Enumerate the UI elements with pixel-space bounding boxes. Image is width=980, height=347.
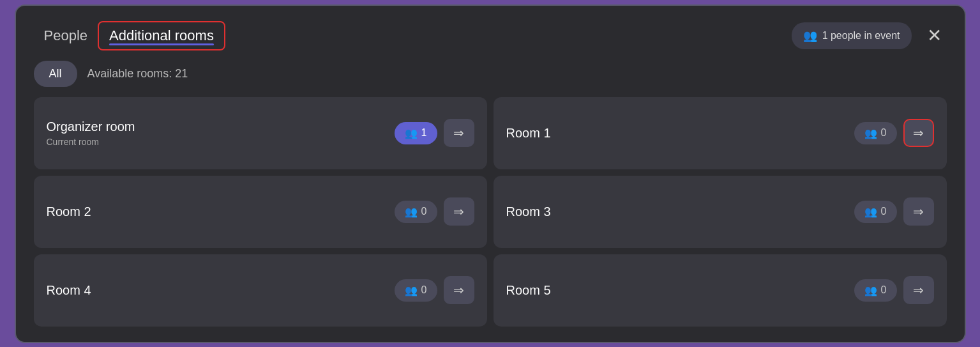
room-actions-room3: 👥 0 ⇒ <box>854 197 934 226</box>
count-room3: 0 <box>881 206 887 217</box>
filter-row: All Available rooms: 21 <box>34 61 947 87</box>
enter-icon-room1: ⇒ <box>913 125 924 141</box>
people-icon-room1: 👥 <box>864 127 877 139</box>
enter-icon-room3: ⇒ <box>913 204 924 219</box>
room-info-room3: Room 3 <box>506 204 551 219</box>
room-info-organizer: Organizer room Current room <box>47 120 135 147</box>
people-icon-room5: 👥 <box>864 284 877 297</box>
room-info-room2: Room 2 <box>47 204 91 219</box>
room-actions-room5: 👥 0 ⇒ <box>854 276 934 304</box>
all-filter-button[interactable]: All <box>34 61 77 87</box>
close-button[interactable]: ✕ <box>922 24 947 47</box>
people-count-room2[interactable]: 👥 0 <box>395 201 437 223</box>
room-name-organizer: Organizer room <box>47 120 135 134</box>
people-count-room3[interactable]: 👥 0 <box>854 201 897 223</box>
room-actions-room4: 👥 0 ⇒ <box>395 276 474 304</box>
room-actions-room2: 👥 0 ⇒ <box>395 197 474 226</box>
tab-people-label: People <box>44 27 88 43</box>
tabs: People Additional rooms <box>34 21 225 50</box>
rooms-grid: Organizer room Current room 👥 1 ⇒ Room 1… <box>34 97 947 327</box>
room-name-room3: Room 3 <box>506 204 551 219</box>
room-info-room4: Room 4 <box>47 283 91 298</box>
people-count-room1[interactable]: 👥 0 <box>854 122 897 144</box>
room-subtitle-organizer: Current room <box>47 137 135 147</box>
people-icon-room3: 👥 <box>864 206 877 218</box>
enter-btn-room2[interactable]: ⇒ <box>444 197 474 226</box>
header-right: 👥 1 people in event ✕ <box>792 22 947 49</box>
room-name-room5: Room 5 <box>506 283 551 298</box>
room-actions-room1: 👥 0 ⇒ <box>854 119 934 147</box>
enter-btn-room4[interactable]: ⇒ <box>444 276 474 304</box>
enter-btn-room5[interactable]: ⇒ <box>903 276 934 304</box>
people-icon-organizer: 👥 <box>405 127 418 139</box>
all-filter-label: All <box>49 67 62 80</box>
room-card-room1: Room 1 👥 0 ⇒ <box>494 97 947 169</box>
room-card-organizer: Organizer room Current room 👥 1 ⇒ <box>34 97 487 169</box>
enter-icon-room2: ⇒ <box>453 204 464 219</box>
room-card-room4: Room 4 👥 0 ⇒ <box>34 254 487 327</box>
count-organizer: 1 <box>421 127 427 139</box>
available-rooms-label: Available rooms: 21 <box>87 67 188 81</box>
room-card-room3: Room 3 👥 0 ⇒ <box>494 176 947 248</box>
enter-btn-organizer[interactable]: ⇒ <box>444 119 474 147</box>
tab-additional-rooms-label: Additional rooms <box>109 27 214 43</box>
room-actions-organizer: 👥 1 ⇒ <box>395 119 474 147</box>
count-room1: 0 <box>881 127 887 139</box>
room-name-room1: Room 1 <box>506 126 551 141</box>
room-name-room4: Room 4 <box>47 283 91 298</box>
people-count-organizer[interactable]: 👥 1 <box>395 122 437 144</box>
room-info-room1: Room 1 <box>506 126 551 141</box>
enter-icon-room4: ⇒ <box>453 282 464 298</box>
enter-btn-room1[interactable]: ⇒ <box>903 119 934 147</box>
people-count-room4[interactable]: 👥 0 <box>395 279 437 302</box>
tab-people[interactable]: People <box>34 22 98 49</box>
people-count-room5[interactable]: 👥 0 <box>854 279 897 302</box>
count-room4: 0 <box>421 284 427 296</box>
enter-btn-room3[interactable]: ⇒ <box>903 197 934 226</box>
people-event-label: 1 people in event <box>822 30 900 42</box>
people-event-icon: 👥 <box>803 29 817 43</box>
modal: People Additional rooms 👥 1 people in ev… <box>15 4 966 343</box>
enter-icon-room5: ⇒ <box>913 282 924 298</box>
enter-icon-organizer: ⇒ <box>453 125 464 141</box>
people-event-button[interactable]: 👥 1 people in event <box>792 22 912 49</box>
people-icon-room4: 👥 <box>405 284 418 297</box>
people-icon-room2: 👥 <box>405 206 418 218</box>
tab-additional-rooms[interactable]: Additional rooms <box>98 21 225 50</box>
room-card-room5: Room 5 👥 0 ⇒ <box>494 254 947 327</box>
room-info-room5: Room 5 <box>506 283 551 298</box>
count-room2: 0 <box>421 206 427 217</box>
header: People Additional rooms 👥 1 people in ev… <box>34 21 947 50</box>
room-card-room2: Room 2 👥 0 ⇒ <box>34 176 487 248</box>
room-name-room2: Room 2 <box>47 204 91 219</box>
count-room5: 0 <box>881 284 887 296</box>
close-icon: ✕ <box>927 26 942 45</box>
